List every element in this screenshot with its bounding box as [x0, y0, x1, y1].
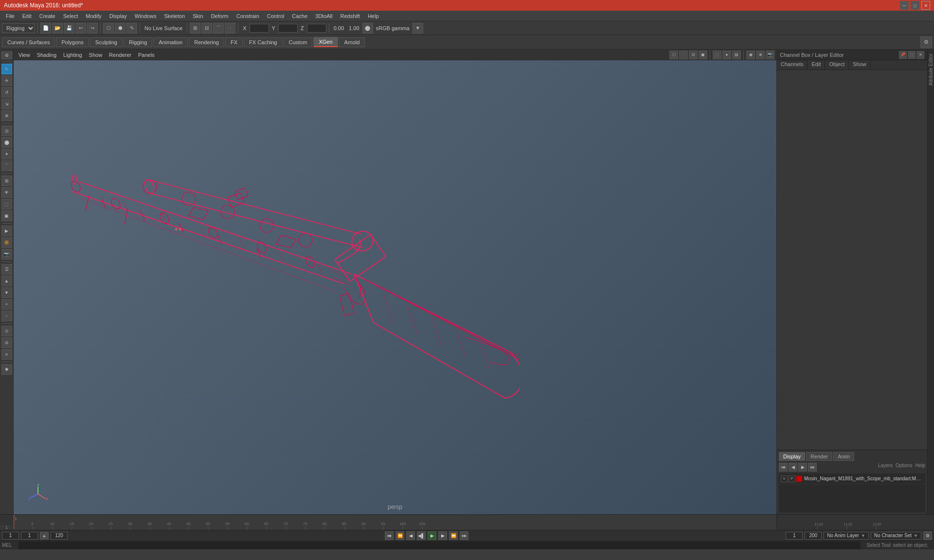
viewport-view-menu[interactable]: View [16, 52, 33, 58]
viewport-show-menu[interactable]: Show [86, 52, 106, 58]
layer-nav-first[interactable]: ⏮ [779, 463, 788, 472]
current-frame-input[interactable] [21, 532, 38, 540]
mel-input[interactable] [18, 542, 861, 549]
range-end-input[interactable] [805, 532, 822, 540]
menu-redshift[interactable]: Redshift [337, 12, 364, 20]
misc-btn2[interactable]: ⊘ [1, 337, 12, 348]
layer-nav-next[interactable]: ▶ [798, 463, 807, 472]
viewport-panels-menu[interactable]: Panels [135, 52, 158, 58]
lb-tab-anim[interactable]: Anim [833, 452, 854, 461]
shelf-sculpting[interactable]: Sculpting [90, 37, 123, 47]
menu-3dtall[interactable]: 3DtoAll [311, 12, 336, 20]
anim-layer-dropdown[interactable]: No Anim Layer ▼ [824, 532, 869, 540]
vp-xray-btn[interactable]: ⊕ [756, 51, 765, 59]
layer-nav-prev[interactable]: ◀ [789, 463, 797, 472]
char-set-dropdown[interactable]: No Character Set ▼ [871, 532, 921, 540]
viewport-lighting-menu[interactable]: Lighting [60, 52, 85, 58]
misc-btn1[interactable]: ⊙ [1, 326, 12, 336]
quad-layout-btn[interactable]: ⊞ [1, 175, 12, 186]
layer-remove-btn[interactable]: − [1, 311, 12, 321]
vp-edge-btn[interactable]: ⊡ [689, 51, 698, 59]
undo-btn[interactable]: ↩ [75, 23, 86, 34]
play-back-btn[interactable]: ◀▌ [417, 531, 426, 540]
x-input[interactable] [250, 24, 269, 33]
vp-textured-btn[interactable]: ▤ [732, 51, 741, 59]
misc-btn3[interactable]: ≡ [1, 349, 12, 360]
lb-tab-render[interactable]: Render [806, 452, 832, 461]
grid-btn[interactable]: ⊞ [190, 23, 200, 34]
skip-back-btn[interactable]: ⏮ [385, 531, 394, 540]
close-button[interactable]: ✕ [921, 1, 930, 10]
vp-cam-btn[interactable]: 📷 [766, 51, 774, 59]
shelf-rigging[interactable]: Rigging [124, 37, 152, 47]
sculpt-btn[interactable]: ✦ [1, 149, 12, 159]
context-btn[interactable]: ✱ [1, 364, 12, 375]
menu-help[interactable]: Help [364, 12, 383, 20]
menu-select[interactable]: Select [59, 12, 82, 20]
lb-tab-display[interactable]: Display [779, 452, 805, 461]
menu-deform[interactable]: Deform [207, 12, 233, 20]
shelf-fx[interactable]: FX [225, 37, 243, 47]
paint-btn[interactable]: ✎ [126, 23, 137, 34]
shelf-custom[interactable]: Custom [284, 37, 313, 47]
next-frame-btn[interactable]: ▶ [438, 531, 447, 540]
frame-sel-btn[interactable]: ▣ [1, 210, 12, 221]
show-hide-btn[interactable]: 👁 [1, 187, 12, 198]
minimize-button[interactable]: ─ [900, 1, 909, 10]
cb-pin-btn[interactable]: 📌 [899, 51, 907, 59]
cb-close-btn[interactable]: ✕ [916, 51, 924, 59]
menu-cache[interactable]: Cache [288, 12, 311, 20]
menu-display[interactable]: Display [106, 12, 131, 20]
layer-nav-last[interactable]: ⏭ [808, 463, 817, 472]
lasso-btn[interactable]: ⬢ [115, 23, 126, 34]
shelf-animation[interactable]: Animation [153, 37, 188, 47]
universal-manip-btn[interactable]: ⊕ [1, 110, 12, 121]
scale-tool-btn[interactable]: ⇲ [1, 99, 12, 109]
vp-smooth-btn[interactable]: ● [722, 51, 731, 59]
frame-increment-btn[interactable]: ▲ [40, 532, 49, 540]
cb-tab-show[interactable]: Show [849, 60, 871, 70]
save-btn[interactable]: 💾 [64, 23, 74, 34]
menu-file[interactable]: File [2, 12, 18, 20]
gamma-toggle[interactable]: ⬤ [362, 23, 373, 34]
play-fwd-btn[interactable]: ▶ [428, 531, 436, 540]
shelf-polygons[interactable]: Polygons [56, 37, 89, 47]
menu-control[interactable]: Control [263, 12, 288, 20]
rotate-tool-btn[interactable]: ↺ [1, 87, 12, 98]
vp-isolate-btn[interactable]: ◉ [746, 51, 755, 59]
shelf-curves-surfaces[interactable]: Curves / Surfaces [2, 37, 55, 47]
viewport-renderer-menu[interactable]: Renderer [106, 52, 134, 58]
layer-editor-btn[interactable]: ☰ [1, 264, 12, 275]
soft-mod-btn[interactable]: ◎ [1, 125, 12, 136]
vp-select-all-btn[interactable]: ⬡ [669, 51, 678, 59]
cb-tab-edit[interactable]: Edit [808, 60, 825, 70]
shelf-rendering[interactable]: Rendering [189, 37, 224, 47]
start-frame-input[interactable] [2, 532, 19, 540]
next-key-btn[interactable]: ⏩ [449, 531, 458, 540]
vp-wireframe-btn[interactable]: ⬚ [713, 51, 721, 59]
redo-btn[interactable]: ↪ [87, 23, 98, 34]
cb-expand-btn[interactable]: ⬚ [908, 51, 916, 59]
range-start-input[interactable] [786, 532, 803, 540]
shelf-xgen[interactable]: XGen [313, 37, 338, 47]
layer-down-btn[interactable]: ▼ [1, 287, 12, 298]
layer-visibility-btn[interactable]: V [781, 475, 788, 482]
menu-create[interactable]: Create [36, 12, 59, 20]
shelf-arnold[interactable]: Arnold [339, 37, 365, 47]
cb-tab-channels[interactable]: Channels [777, 60, 808, 70]
y-input[interactable] [278, 24, 298, 33]
select-mode-btn[interactable]: ↖ [1, 64, 12, 74]
prev-frame-btn[interactable]: ◀ [406, 531, 415, 540]
menu-windows[interactable]: Windows [131, 12, 161, 20]
frame-all-btn[interactable]: ⬚ [1, 199, 12, 210]
render-region-btn[interactable]: ▶ [1, 226, 12, 236]
layer-up-btn[interactable]: ▲ [1, 276, 12, 286]
viewport-canvas[interactable]: .rifle-wire { fill: none; stroke: #e8004… [14, 60, 776, 514]
snap-point-btn[interactable]: · [225, 23, 235, 34]
take-screenshot-btn[interactable]: 📷 [1, 249, 12, 260]
paint-weights-btn[interactable]: ⬤ [1, 137, 12, 148]
menu-modify[interactable]: Modify [82, 12, 105, 20]
viewport-shading-menu[interactable]: Shading [34, 52, 59, 58]
layer-playback-btn[interactable]: P [789, 475, 795, 482]
gamma-dropdown-btn[interactable]: ▼ [413, 23, 423, 34]
